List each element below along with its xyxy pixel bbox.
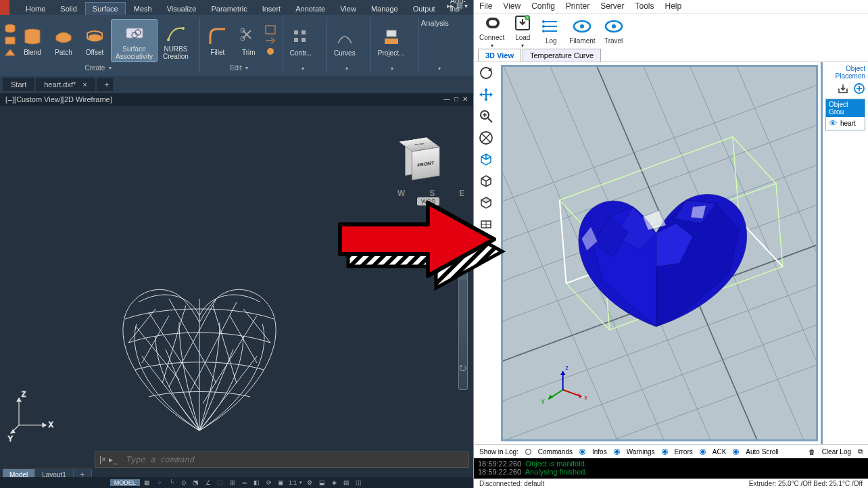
vp-minimize-icon[interactable]: — [443,95,450,104]
doc-tab-heart[interactable]: heart.dxf*× [36,78,95,91]
annotation-monitor-icon[interactable]: ▤ [341,479,351,486]
surface-associativity-button[interactable]: Surface Associativity [111,19,158,62]
nav-orbit-icon[interactable]: ⭮ [459,360,467,376]
network-surface-icon[interactable] [4,23,16,34]
ribbon-toggle-icon[interactable]: ▤ ▾ [456,2,468,9]
radio-warnings[interactable] [614,449,620,455]
tracking-icon[interactable]: ⬚ [216,479,225,486]
control-vertices-button[interactable]: Contr... [286,24,316,58]
grid-icon[interactable]: ▦ [143,479,152,486]
cube-front[interactable]: FRONT [412,147,440,180]
ribbon-tab-solid[interactable]: Solid [53,3,83,15]
analysis-label[interactable]: Analysis [421,19,449,27]
close-icon[interactable]: × [82,80,87,89]
menu-tools[interactable]: Tools [635,1,654,11]
menu-help[interactable]: Help [665,1,682,11]
menu-config[interactable]: Config [531,1,555,11]
3d-viewport[interactable]: x y z [501,65,818,442]
ribbon-tab-visualize[interactable]: Visualize [160,3,203,15]
log-opt-ack[interactable]: ACK [713,448,727,456]
radio-errors[interactable] [662,449,668,455]
log-button[interactable]: Log [541,17,561,45]
collapse-ribbon-icon[interactable]: ▸▸ [447,2,454,9]
log-opt-errors[interactable]: Errors [675,448,693,456]
patch-button[interactable]: Patch [49,23,78,57]
polar-icon[interactable]: ⊙ [179,479,189,486]
menu-printer[interactable]: Printer [566,1,589,11]
load-button[interactable]: +Load▾ [512,14,533,49]
tab-3d-view[interactable]: 3D View [478,49,521,62]
lineweight-icon[interactable]: ═ [240,479,249,486]
vp-close-icon[interactable]: ✕ [462,95,468,104]
status-scale[interactable]: 1:1 [289,479,297,486]
doc-tab-start[interactable]: Start [3,78,34,91]
viewport-label[interactable]: [‒][Custom View][2D Wireframe] [5,95,112,104]
iso-icon[interactable]: ⬔ [191,479,201,486]
vp-maximize-icon[interactable]: □ [454,95,458,104]
sculpt-icon[interactable] [265,47,276,56]
object-group-header[interactable]: Object Grou [826,99,865,117]
ribbon-tab-output[interactable]: Output [406,3,442,15]
iso-view-icon[interactable] [478,151,494,168]
ribbon-tab-mesh[interactable]: Mesh [127,3,159,15]
cycling-icon[interactable]: ⟳ [264,479,274,486]
filament-button[interactable]: Filament [569,17,595,45]
clear-log-button[interactable]: Clear Log [822,448,851,456]
list-item[interactable]: 👁heart [826,117,865,130]
connect-button[interactable]: Connect▾ [479,14,504,49]
zoom-tool-icon[interactable] [478,108,494,124]
annotation-scale-icon[interactable]: ⬓ [317,479,327,486]
ribbon-tab-surface[interactable]: Surface [85,2,126,15]
transparency-icon[interactable]: ◧ [252,479,262,486]
ribbon-tab-home[interactable]: Home [19,3,52,15]
menu-server[interactable]: Server [600,1,624,11]
osnap-icon[interactable]: ∠ [203,479,213,486]
ribbon-tab-annotate[interactable]: Annotate [289,3,332,15]
blend-button[interactable]: Blend [18,23,47,57]
fillet-button[interactable]: Fillet [203,23,233,57]
units-icon[interactable]: ◫ [354,479,363,486]
gear-icon[interactable]: ⚙ [305,479,314,486]
group-dropdown-icon[interactable]: ▾ [391,66,393,72]
fit-tool-icon[interactable] [478,130,494,146]
group-dropdown-icon[interactable]: ▾ [345,66,348,72]
group-dropdown-icon[interactable]: ▾ [245,65,248,71]
curves-button[interactable]: Curves [330,24,360,58]
log-opt-commands[interactable]: Commands [538,448,573,456]
log-opt-autoscroll[interactable]: Auto Scroll [746,448,778,456]
visibility-icon[interactable]: 👁 [829,118,838,128]
status-model[interactable]: MODEL [110,479,140,486]
radio-commands[interactable] [525,449,531,455]
radio-infos[interactable] [579,449,585,455]
untrim-icon[interactable] [265,25,276,34]
ribbon-tab-manage[interactable]: Manage [364,3,405,15]
extend-icon[interactable] [265,36,276,45]
planar-surface-icon[interactable] [4,35,16,46]
object-placement-heading[interactable]: Object Placemen [825,65,865,82]
nurbs-creation-button[interactable]: NURBS Creation [159,20,193,62]
export-icon[interactable] [837,82,849,95]
trim-button[interactable]: Trim [234,23,264,57]
dynamic-input-icon[interactable]: ⊞ [228,479,237,486]
ribbon-tab-parametric[interactable]: Parametric [204,3,254,15]
ribbon-tab-insert[interactable]: Insert [256,3,288,15]
menu-view[interactable]: View [503,1,521,11]
radio-ack[interactable] [700,449,706,455]
menu-file[interactable]: File [479,1,492,11]
move-tool-icon[interactable] [478,87,494,103]
log-output[interactable]: 18:59:22.260 Object is manifold. 18:59:2… [474,458,868,478]
object-item-label[interactable]: heart [840,120,856,127]
rotate-tool-icon[interactable] [478,65,494,81]
group-dropdown-icon[interactable]: ▾ [302,66,304,72]
trash-icon[interactable]: 🗑 [809,448,815,456]
3dosnap-icon[interactable]: ▣ [276,479,286,486]
log-opt-warnings[interactable]: Warnings [627,448,655,456]
doc-tab-add[interactable]: + [97,78,113,91]
travel-button[interactable]: Travel [604,17,624,45]
offset-button[interactable]: Offset [80,23,110,57]
ortho-icon[interactable]: └ [167,479,176,486]
add-object-icon[interactable] [853,82,865,95]
project-geometry-button[interactable]: Project... [374,24,408,58]
group-dropdown-icon[interactable]: ▾ [438,66,441,72]
tab-temperature-curve[interactable]: Temperature Curve [523,49,601,62]
